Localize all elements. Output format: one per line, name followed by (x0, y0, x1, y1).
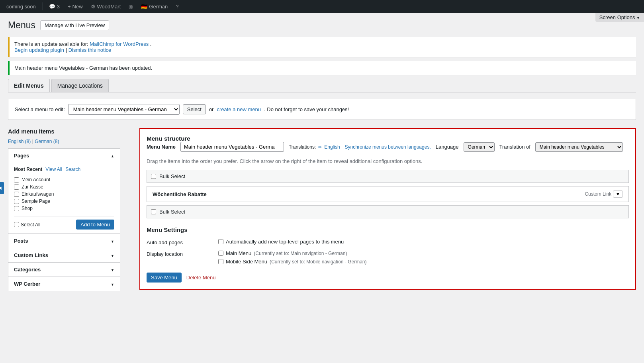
subtab-search[interactable]: Search (65, 167, 80, 172)
accordion-wp-cerber-header[interactable]: WP Cerber (8, 277, 120, 291)
add-to-menu-button[interactable]: Add to Menu (76, 220, 114, 230)
adminbar-updates[interactable]: ◎ (125, 0, 136, 13)
subtab-most-recent[interactable]: Most Recent (14, 167, 42, 172)
page-checkbox-zur-kasse[interactable] (14, 184, 19, 190)
screen-meta-links: Screen Options (595, 13, 644, 22)
edit-icon (318, 144, 322, 150)
dismiss-notice-link[interactable]: Dismiss this notice (69, 47, 112, 53)
page-label-sample-page: Sample Page (22, 198, 50, 204)
adminbar-site-name: coming soon (6, 4, 36, 10)
success-message: Main header menu Vegetables - German has… (14, 65, 631, 71)
menu-item-expand-button[interactable]: ▼ (613, 190, 623, 198)
adminbar-help[interactable]: ? (172, 0, 182, 13)
adminbar-german-label: German (149, 4, 168, 10)
menu-select-dropdown[interactable]: Main header menu Vegetables - German (68, 104, 180, 115)
select-menu-button[interactable]: Select (183, 104, 206, 114)
delete-menu-link[interactable]: Delete Menu (186, 275, 216, 281)
page-checkbox-shop[interactable] (14, 206, 19, 211)
accordion-posts-label: Posts (14, 238, 28, 244)
menu-settings-section: Menu Settings Auto add pages Automatical… (147, 226, 629, 283)
subtab-view-all[interactable]: View All (45, 167, 62, 172)
accordion-pages-label: Pages (14, 153, 29, 159)
adminbar-german[interactable]: 🇩🇪 German (138, 0, 171, 13)
menu-structure-title: Menu structure (147, 135, 629, 142)
bulk-select-bar-top: Bulk Select (147, 170, 629, 183)
help-icon: ? (176, 4, 178, 10)
begin-updating-link[interactable]: Begin updating plugin (14, 47, 66, 53)
adminbar-site[interactable]: coming soon (3, 0, 39, 13)
sync-menus-link[interactable]: Synchronize menus between languages. (345, 144, 431, 150)
english-translation-link[interactable]: English (324, 144, 340, 150)
location-mobile-side-menu[interactable]: Mobile Side Menu (Currently set to: Mobi… (218, 259, 367, 265)
menu-select-label: Select a menu to edit: (15, 106, 65, 112)
list-item: Einkaufswagen (14, 190, 114, 198)
select-all-checkbox[interactable] (14, 222, 19, 227)
accordion-posts-header[interactable]: Posts (8, 234, 120, 248)
accordion-container: Pages Most Recent View All (8, 148, 120, 291)
add-menu-items-title: Add menu items (8, 128, 120, 135)
list-item: Zur Kasse (14, 183, 114, 190)
chevron-down-icon-posts (111, 238, 114, 244)
auto-add-option[interactable]: Automatically add new top-level pages to… (218, 239, 344, 245)
menu-name-input[interactable] (180, 142, 284, 152)
mailchimp-link[interactable]: MailChimp for WordPress (90, 41, 150, 47)
add-menu-items-panel: Add menu items English (8) | German (8) (8, 128, 120, 291)
comment-icon: 💬 (49, 4, 55, 10)
wp-content: Menus Manage with Live Preview There is … (0, 13, 644, 363)
lang-link-german[interactable]: German (8) (35, 139, 59, 144)
location-main-menu[interactable]: Main Menu (Currently set to: Main naviga… (218, 250, 367, 256)
adminbar-comments-count: 3 (57, 4, 60, 10)
plus-icon: + (68, 4, 71, 10)
language-label: Language (436, 144, 459, 150)
page-checkbox-einkaufswagen[interactable] (14, 192, 19, 197)
wp-wrap: ◀ Menus Manage with Live Preview There i… (0, 13, 644, 363)
auto-add-label: Auto add pages (147, 239, 210, 245)
accordion-custom-links-header[interactable]: Custom Links (8, 248, 120, 262)
lang-links: English (8) | German (8) (8, 139, 120, 144)
chevron-down-icon-cerber (111, 281, 114, 287)
translation-of-select[interactable]: Main header menu Vegetables (535, 142, 623, 152)
page-label-zur-kasse: Zur Kasse (22, 184, 43, 190)
accordion-posts: Posts (8, 234, 120, 248)
accordion-custom-links-label: Custom Links (14, 252, 48, 258)
page-checkbox-mein-account[interactable] (14, 177, 19, 182)
menu-collapse-arrow[interactable]: ◀ (0, 182, 4, 194)
menu-item-label: Wöchentliche Rabatte (153, 191, 207, 197)
menu-structure-header: Menu Name Translations: English Synchron… (147, 142, 629, 152)
page-checkbox-sample-page[interactable] (14, 199, 19, 204)
bulk-select-label-bottom: Bulk Select (159, 209, 185, 215)
adminbar-comments[interactable]: 💬 3 (46, 0, 63, 13)
accordion-categories: Categories (8, 263, 120, 277)
main-menu-checkbox[interactable] (218, 251, 223, 256)
tab-edit-menus[interactable]: Edit Menus (8, 79, 50, 92)
mobile-side-menu-checkbox[interactable] (218, 259, 223, 264)
live-preview-button[interactable]: Manage with Live Preview (40, 20, 109, 30)
pages-list: Mein Account Zur Kasse Einkaufswagen (14, 176, 114, 212)
adminbar-new[interactable]: + New (65, 0, 86, 13)
woodmart-icon: ⚙ (91, 4, 96, 10)
selector-suffix: . Do not forget to save your changes! (264, 106, 349, 112)
language-select[interactable]: German (464, 142, 495, 152)
page-label-mein-account: Mein Account (22, 177, 50, 182)
adminbar-woodmart[interactable]: ⚙ WoodMart (88, 0, 124, 13)
create-new-menu-link[interactable]: create a new menu (217, 106, 261, 112)
accordion-pages-header[interactable]: Pages (8, 149, 120, 163)
tab-manage-locations[interactable]: Manage Locations (51, 79, 109, 92)
screen-options-link[interactable]: Screen Options (595, 13, 644, 22)
select-all-label[interactable]: Select All (14, 222, 40, 228)
menu-item-row[interactable]: Wöchentliche Rabatte Custom Link ▼ (147, 186, 629, 202)
accordion-categories-header[interactable]: Categories (8, 263, 120, 277)
bulk-select-checkbox-top[interactable] (151, 174, 156, 179)
flag-icon: 🇩🇪 (141, 4, 147, 10)
accordion-categories-label: Categories (14, 267, 41, 273)
drag-instructions: Drag the items into the order you prefer… (147, 158, 629, 164)
page-title: Menus (8, 20, 35, 31)
accordion-pages: Pages Most Recent View All (8, 149, 120, 234)
accordion-custom-links: Custom Links (8, 248, 120, 263)
accordion-pages-content: Most Recent View All Search (8, 163, 120, 233)
save-menu-button[interactable]: Save Menu (147, 273, 182, 283)
lang-link-english[interactable]: English (8) (8, 139, 32, 144)
update-notice: There is an update available for: MailCh… (8, 37, 636, 57)
auto-add-checkbox[interactable] (218, 239, 223, 244)
bulk-select-checkbox-bottom[interactable] (151, 209, 156, 214)
